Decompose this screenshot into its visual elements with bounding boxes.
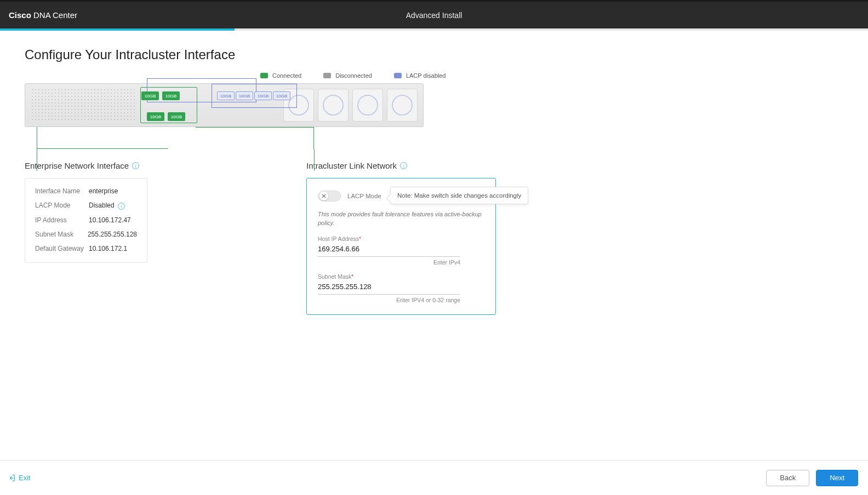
sections-row: Enterprise Network Interface i Interface… (25, 161, 843, 315)
server-left: 10GB 10GB 10GB 10GB 10GB 10GB 10GB 10GB (25, 84, 277, 126)
intracluster-title: Intracluster Link Network i (306, 161, 496, 170)
info-icon[interactable]: i (400, 162, 407, 169)
port-10gb-lacp[interactable]: 10GB (217, 91, 235, 100)
back-button[interactable]: Back (766, 470, 809, 486)
server-chassis: 10GB 10GB 10GB 10GB 10GB 10GB 10GB 10GB (25, 83, 424, 127)
brand: Cisco DNA Center (9, 10, 77, 20)
footer-buttons: Back Next (766, 470, 858, 486)
fan-icon (357, 95, 378, 116)
toggle-knob (319, 192, 328, 200)
exit-button[interactable]: Exit (8, 474, 31, 482)
intracluster-title-text: Intracluster Link Network (306, 161, 397, 170)
swatch-blue-icon (394, 73, 402, 78)
v-value: enterprise (89, 187, 118, 195)
server-right (277, 84, 423, 126)
subnet-mask-label: Subnet Mask* (318, 273, 484, 280)
port-10gb-lacp[interactable]: 10GB (254, 91, 272, 100)
host-ip-input[interactable] (318, 242, 460, 257)
port-10gb[interactable]: 10GB (162, 91, 180, 100)
required-asterisk: * (359, 235, 361, 242)
fan-module (318, 89, 349, 122)
lacp-toggle[interactable] (318, 191, 341, 202)
fan-module (387, 89, 418, 122)
lacp-value: Disabled (89, 202, 115, 209)
port-10gb-lacp[interactable]: 10GB (236, 91, 253, 100)
lacp-tooltip: Note: Make switch side changes according… (390, 187, 528, 204)
server-diagram: 10GB 10GB 10GB 10GB 10GB 10GB 10GB 10GB (25, 83, 425, 154)
kv-mask: Subnet Mask255.255.255.128 (35, 231, 137, 238)
legend-disconnected: Disconnected (323, 72, 372, 79)
host-ip-label: Host IP Address* (318, 235, 484, 242)
fan-module (352, 89, 383, 122)
host-ip-hint: Enter IPv4 (318, 259, 460, 266)
tooltip-text: Note: Make switch side changes according… (397, 192, 521, 199)
footer: Exit Back Next (0, 460, 868, 495)
legend-connected: Connected (260, 72, 301, 79)
info-icon[interactable]: i (118, 203, 125, 210)
v-value: 10.106.172.47 (89, 216, 131, 224)
swatch-gray-icon (323, 73, 331, 78)
main-content: Configure Your Intracluster Interface Co… (0, 31, 868, 331)
wire-enterprise-drop (37, 149, 37, 171)
k-label: Interface Name (35, 187, 89, 195)
intracluster-section: Intracluster Link Network i LACP Mode No… (306, 161, 496, 315)
k-label: IP Address (35, 216, 89, 224)
enterprise-title-text: Enterprise Network Interface (25, 161, 129, 170)
ports-bottom: 10GB 10GB (147, 112, 185, 121)
enterprise-title: Enterprise Network Interface i (25, 161, 147, 170)
kv-interface-name: Interface Nameenterprise (35, 187, 137, 195)
subnet-mask-input[interactable] (318, 280, 460, 295)
port-10gb[interactable]: 10GB (147, 112, 164, 121)
brand-bold: Cisco (9, 10, 31, 20)
legend: Connected Disconnected LACP disabled (260, 72, 843, 79)
wire-enterprise (37, 127, 168, 149)
host-ip-field: Host IP Address* Enter IPv4 (318, 235, 484, 266)
legend-lacp: LACP disabled (394, 72, 446, 79)
enterprise-card: Interface Nameenterprise LACP ModeDisabl… (25, 178, 147, 263)
v-value: 10.106.172.1 (89, 245, 127, 252)
swatch-green-icon (260, 73, 268, 78)
page-title: Configure Your Intracluster Interface (25, 47, 843, 62)
enterprise-section: Enterprise Network Interface i Interface… (25, 161, 147, 315)
vent-grid-icon (31, 88, 135, 122)
v-value: Disabled i (89, 202, 125, 210)
port-10gb[interactable]: 10GB (141, 91, 159, 100)
k-label: Subnet Mask (35, 231, 88, 238)
kv-gateway: Default Gateway10.106.172.1 (35, 245, 137, 252)
host-ip-label-text: Host IP Address (318, 235, 359, 242)
legend-disconnected-label: Disconnected (335, 72, 372, 79)
fan-icon (392, 95, 413, 116)
ports-top: 10GB 10GB (141, 91, 180, 100)
k-label: Default Gateway (35, 245, 89, 252)
subnet-mask-label-text: Subnet Mask (318, 273, 351, 280)
wire-intracluster (196, 127, 314, 149)
top-bar: Cisco DNA Center Advanced Install (0, 0, 868, 28)
x-icon (322, 194, 326, 198)
required-asterisk: * (351, 273, 353, 280)
k-label: LACP Mode (35, 202, 89, 210)
ports-lacp: 10GB 10GB 10GB 10GB (217, 91, 290, 100)
kv-lacp-mode: LACP ModeDisabled i (35, 202, 137, 210)
v-value: 255.255.255.128 (88, 231, 137, 238)
brand-light: DNA Center (31, 10, 77, 20)
exit-icon (8, 474, 15, 482)
kv-ip: IP Address10.106.172.47 (35, 216, 137, 224)
port-10gb[interactable]: 10GB (168, 112, 185, 121)
subnet-mask-hint: Enter IPV4 or 0-32 range (318, 297, 460, 303)
lacp-toggle-label: LACP Mode (347, 193, 381, 199)
mode-description: This mode provides fault tolerance featu… (318, 210, 484, 228)
wire-intracluster-drop (314, 149, 315, 171)
fan-icon (323, 95, 344, 116)
intracluster-card: LACP Mode Note: Make switch side changes… (306, 178, 496, 315)
info-icon[interactable]: i (132, 162, 139, 169)
legend-lacp-label: LACP disabled (406, 72, 446, 79)
page-mode-title: Advanced Install (406, 11, 462, 20)
port-10gb-lacp[interactable]: 10GB (273, 91, 290, 100)
next-button[interactable]: Next (816, 470, 858, 486)
subnet-mask-field: Subnet Mask* Enter IPV4 or 0-32 range (318, 273, 484, 303)
legend-connected-label: Connected (272, 72, 301, 79)
exit-label: Exit (19, 474, 31, 482)
